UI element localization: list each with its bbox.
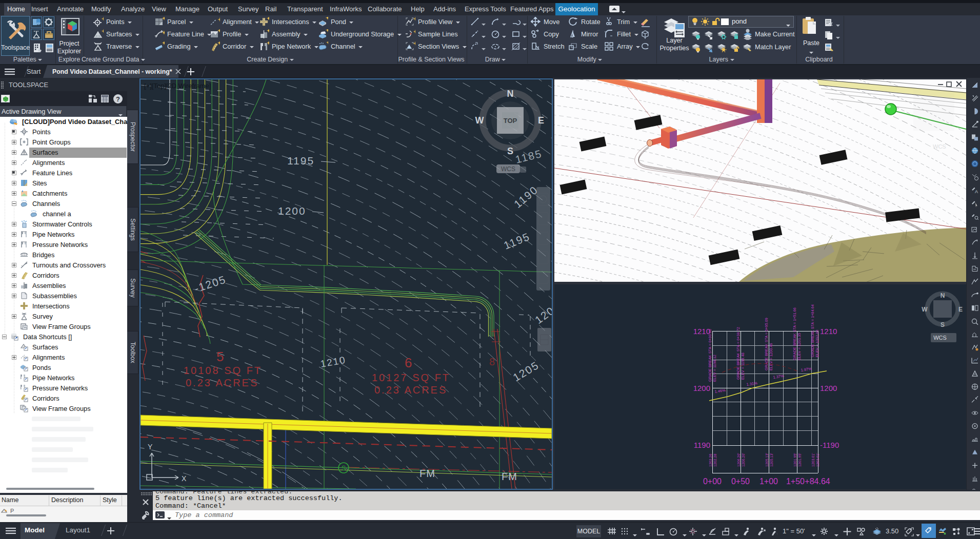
svg-text:ELEV = 1200.46: ELEV = 1200.46 xyxy=(769,343,773,370)
svg-text:W: W xyxy=(922,306,928,313)
svg-text:0.23 ACRES: 0.23 ACRES xyxy=(186,377,258,388)
svg-text:?: ? xyxy=(116,95,120,103)
svg-text:GRADE BREAK STA = 0+95.09: GRADE BREAK STA = 0+95.09 xyxy=(764,318,769,370)
svg-text:1+00: 1+00 xyxy=(759,477,778,486)
svg-text:N: N xyxy=(507,89,514,99)
svg-text:ELEV = 1201.35: ELEV = 1201.35 xyxy=(797,333,802,360)
svg-text:GRADE BREAK STA = 1+84.64: GRADE BREAK STA = 1+84.64 xyxy=(810,304,815,357)
svg-text:1202.26: 1202.26 xyxy=(709,454,712,467)
svg-text:1195: 1195 xyxy=(287,155,314,167)
svg-text:1202.28: 1202.28 xyxy=(713,454,717,467)
svg-text:+84.64: +84.64 xyxy=(805,477,830,486)
svg-text:W: W xyxy=(475,115,484,126)
svg-text:1206.20': 1206.20' xyxy=(742,453,745,467)
svg-text:FM: FM xyxy=(502,471,517,482)
svg-text:1+50: 1+50 xyxy=(786,477,805,486)
svg-text:8: 8 xyxy=(489,356,496,367)
svg-text:A: A xyxy=(975,189,978,194)
svg-text:N: N xyxy=(941,292,945,299)
svg-text:WCS: WCS xyxy=(501,165,515,173)
svg-text:1203.01': 1203.01' xyxy=(816,453,819,467)
svg-text:0.23 ACRES: 0.23 ACRES xyxy=(374,384,447,396)
svg-text:E: E xyxy=(538,115,544,126)
svg-text:E: E xyxy=(958,306,963,313)
svg-text:1201.95': 1201.95' xyxy=(798,453,802,467)
svg-text:1203.01': 1203.01' xyxy=(811,453,815,467)
svg-text:ELEV = 1198.12: ELEV = 1198.12 xyxy=(712,355,717,382)
svg-text:S: S xyxy=(941,321,945,328)
svg-text:0+00: 0+00 xyxy=(703,477,722,486)
svg-text:S: S xyxy=(507,146,513,156)
svg-text:GRADE BREAK STA = 1+51.66: GRADE BREAK STA = 1+51.66 xyxy=(792,307,797,360)
svg-text:1210: 1210 xyxy=(820,327,837,336)
svg-text:1201.95': 1201.95' xyxy=(793,453,797,467)
svg-text:1190: 1190 xyxy=(694,441,710,449)
svg-text:1200: 1200 xyxy=(820,384,837,392)
svg-text:6: 6 xyxy=(405,355,413,370)
svg-text:GRADE BREAK STA = 0+38.72: GRADE BREAK STA = 0+38.72 xyxy=(736,327,741,380)
svg-text:[+][Top][2D Wireframe]: [+][Top][2D Wireframe] xyxy=(144,82,211,90)
svg-text:1206.20': 1206.20' xyxy=(737,453,741,467)
svg-text:GRADE BREAK STA = 0+00.00: GRADE BREAK STA = 0+00.00 xyxy=(708,329,712,382)
svg-text:ELEV = 1202.00: ELEV = 1202.00 xyxy=(815,330,819,357)
svg-text:1205.13': 1205.13' xyxy=(770,453,773,467)
svg-text:1200: 1200 xyxy=(693,384,710,392)
svg-text:1205.13': 1205.13' xyxy=(765,453,769,467)
svg-text:TOP: TOP xyxy=(504,117,517,125)
svg-text:0+50: 0+50 xyxy=(731,477,750,486)
svg-text:5: 5 xyxy=(216,349,225,364)
svg-text:1200: 1200 xyxy=(278,205,306,217)
svg-text:10108 SQ FT: 10108 SQ FT xyxy=(184,365,262,376)
svg-text:WCS: WCS xyxy=(933,335,947,341)
svg-text:WCS: WCS xyxy=(933,143,946,150)
svg-text:S: S xyxy=(342,464,346,472)
svg-text:-1190: -1190 xyxy=(820,441,839,449)
svg-text:10127 SQ FT: 10127 SQ FT xyxy=(372,372,450,383)
svg-text:X: X xyxy=(182,474,187,483)
svg-text:Y: Y xyxy=(148,443,153,451)
svg-text:FM: FM xyxy=(419,468,435,479)
